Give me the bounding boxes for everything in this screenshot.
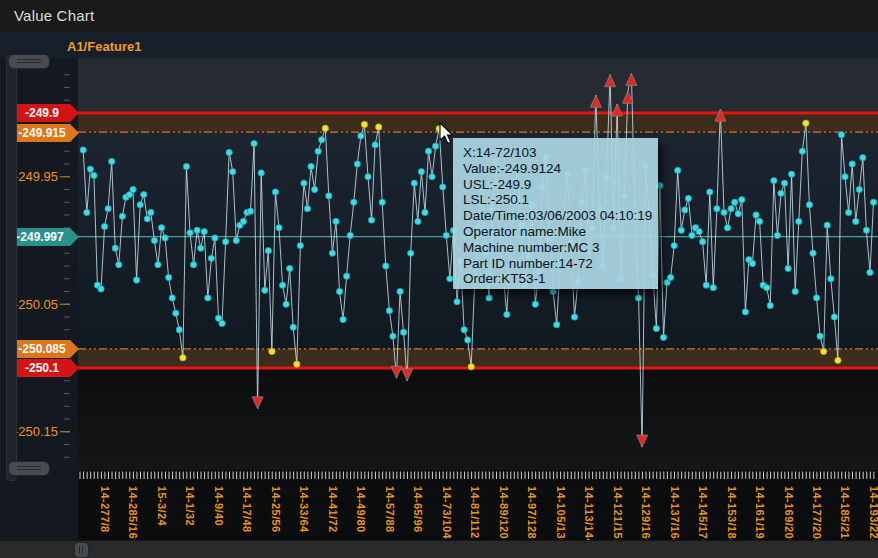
data-point[interactable] xyxy=(368,217,374,223)
data-point[interactable] xyxy=(158,225,164,231)
data-point[interactable] xyxy=(685,195,691,201)
data-point[interactable] xyxy=(778,190,784,196)
data-point[interactable] xyxy=(80,147,86,153)
data-point[interactable] xyxy=(788,171,794,177)
data-point[interactable] xyxy=(635,295,641,301)
data-point[interactable] xyxy=(283,301,289,307)
data-point[interactable] xyxy=(247,208,253,214)
data-point[interactable] xyxy=(767,302,773,308)
data-point-warning[interactable] xyxy=(361,121,367,127)
data-point[interactable] xyxy=(461,327,467,333)
data-point[interactable] xyxy=(390,333,396,339)
data-point[interactable] xyxy=(183,163,189,169)
data-point[interactable] xyxy=(233,237,239,243)
data-point[interactable] xyxy=(443,232,449,238)
data-point[interactable] xyxy=(845,209,851,215)
data-point[interactable] xyxy=(340,316,346,322)
data-point[interactable] xyxy=(311,186,317,192)
data-point[interactable] xyxy=(831,314,837,320)
data-point[interactable] xyxy=(383,263,389,269)
data-point[interactable] xyxy=(98,286,104,292)
vertical-scrollbar-handle-top[interactable] xyxy=(8,54,50,69)
data-point[interactable] xyxy=(860,154,866,160)
data-point[interactable] xyxy=(707,189,713,195)
data-point[interactable] xyxy=(817,333,823,339)
vertical-scrollbar-handle-bottom[interactable] xyxy=(8,461,50,476)
data-point[interactable] xyxy=(87,166,93,172)
data-point[interactable] xyxy=(696,228,702,234)
data-point[interactable] xyxy=(689,232,695,238)
data-point[interactable] xyxy=(201,228,207,234)
data-point[interactable] xyxy=(165,274,171,280)
data-point[interactable] xyxy=(781,180,787,186)
data-point[interactable] xyxy=(315,148,321,154)
data-point[interactable] xyxy=(119,213,125,219)
data-point[interactable] xyxy=(133,277,139,283)
data-point[interactable] xyxy=(838,131,844,137)
data-point[interactable] xyxy=(703,282,709,288)
data-point[interactable] xyxy=(176,327,182,333)
data-point[interactable] xyxy=(824,222,830,228)
data-point[interactable] xyxy=(774,232,780,238)
data-point[interactable] xyxy=(464,337,470,343)
data-point[interactable] xyxy=(796,218,802,224)
data-point[interactable] xyxy=(553,321,559,327)
data-point[interactable] xyxy=(343,273,349,279)
data-point[interactable] xyxy=(571,314,577,320)
data-point[interactable] xyxy=(365,174,371,180)
data-point-warning[interactable] xyxy=(820,348,826,354)
data-point-warning[interactable] xyxy=(803,120,809,126)
data-point[interactable] xyxy=(550,288,556,294)
data-point[interactable] xyxy=(714,205,720,211)
data-point[interactable] xyxy=(756,218,762,224)
data-point-warning[interactable] xyxy=(294,361,300,367)
data-point[interactable] xyxy=(749,260,755,266)
data-point[interactable] xyxy=(764,284,770,290)
data-point[interactable] xyxy=(735,211,741,217)
data-point[interactable] xyxy=(454,299,460,305)
data-point[interactable] xyxy=(169,295,175,301)
data-point[interactable] xyxy=(84,209,90,215)
data-point[interactable] xyxy=(799,148,805,154)
data-point[interactable] xyxy=(425,148,431,154)
data-point[interactable] xyxy=(190,262,196,268)
data-point[interactable] xyxy=(137,202,143,208)
data-point[interactable] xyxy=(422,209,428,215)
data-point[interactable] xyxy=(429,174,435,180)
data-point[interactable] xyxy=(101,223,107,229)
data-point[interactable] xyxy=(792,288,798,294)
data-point[interactable] xyxy=(379,199,385,205)
data-point[interactable] xyxy=(230,168,236,174)
data-point[interactable] xyxy=(329,250,335,256)
data-point[interactable] xyxy=(400,329,406,335)
data-point[interactable] xyxy=(262,287,268,293)
data-point-warning[interactable] xyxy=(269,348,275,354)
data-point[interactable] xyxy=(144,216,150,222)
data-point[interactable] xyxy=(721,209,727,215)
data-point[interactable] xyxy=(667,274,673,280)
data-point[interactable] xyxy=(653,325,659,331)
data-point[interactable] xyxy=(240,218,246,224)
data-point[interactable] xyxy=(828,276,834,282)
data-point[interactable] xyxy=(91,172,97,178)
data-point[interactable] xyxy=(205,295,211,301)
data-point-warning[interactable] xyxy=(375,124,381,130)
data-point[interactable] xyxy=(699,239,705,245)
data-point[interactable] xyxy=(386,307,392,313)
data-point[interactable] xyxy=(130,186,136,192)
data-point[interactable] xyxy=(671,242,677,248)
data-point[interactable] xyxy=(867,269,873,275)
data-point[interactable] xyxy=(297,242,303,248)
data-point[interactable] xyxy=(504,311,510,317)
data-point-warning[interactable] xyxy=(322,125,328,131)
data-point[interactable] xyxy=(397,288,403,294)
data-point[interactable] xyxy=(304,205,310,211)
data-point[interactable] xyxy=(105,205,111,211)
data-point[interactable] xyxy=(753,212,759,218)
data-point[interactable] xyxy=(112,245,118,251)
data-point[interactable] xyxy=(351,199,357,205)
data-point[interactable] xyxy=(739,197,745,203)
data-point[interactable] xyxy=(358,133,364,139)
data-point[interactable] xyxy=(197,245,203,251)
data-point[interactable] xyxy=(308,163,314,169)
